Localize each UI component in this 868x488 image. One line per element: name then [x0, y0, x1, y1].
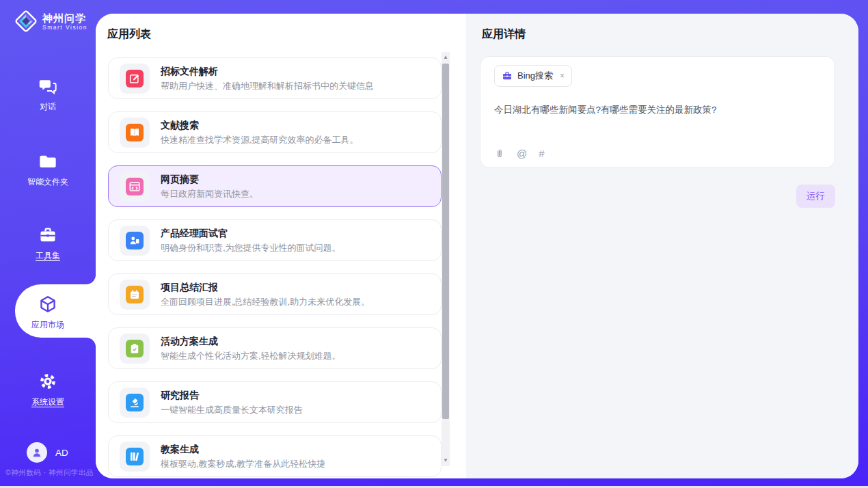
app-card-title: 教案生成 — [161, 444, 325, 455]
prompt-input-card[interactable]: Bing搜索 × 今日湖北有哪些新闻要点?有哪些需要关注的最新政策? @ # — [480, 56, 835, 168]
sidebar-item-label: 智能文件夹 — [0, 176, 96, 188]
tool-chip-bing-search[interactable]: Bing搜索 × — [494, 65, 572, 87]
app-card[interactable]: 产品经理面试官 明确身份和职责,为您提供专业性的面试问题。 — [108, 219, 442, 261]
microscope-icon — [126, 394, 144, 411]
chip-close-icon[interactable]: × — [560, 71, 565, 81]
calendar-icon — [126, 286, 144, 303]
sidebar-item-label: 应用市场 — [0, 319, 96, 331]
user-name: AD — [55, 448, 68, 458]
gear-icon — [38, 372, 57, 391]
mention-icon[interactable]: @ — [517, 148, 527, 159]
tool-chip-label: Bing搜索 — [517, 70, 553, 82]
run-row: 运行 — [480, 185, 835, 208]
sidebar-item-smart-folder[interactable]: 智能文件夹 — [0, 152, 96, 188]
sidebar-item-settings[interactable]: 系统设置 — [0, 372, 96, 408]
app-list-panel: 应用列表 招标文件解析 帮助用户快速、准确地理解和解析招标书中的关键信息 文献搜… — [96, 14, 466, 478]
toolbox-icon — [38, 226, 57, 245]
app-card-text: 项目总结汇报 全面回顾项目进展,总结经验教训,助力未来优化发展。 — [161, 282, 370, 307]
app-icon-wrap — [120, 172, 150, 202]
app-card[interactable]: 教案生成 模板驱动,教案秒成,教学准备从此轻松快捷 — [108, 435, 442, 477]
app-card-desc: 一键智能生成高质量长文本研究报告 — [161, 405, 303, 415]
app-card-desc: 帮助用户快速、准确地理解和解析招标书中的关键信息 — [161, 81, 374, 91]
app-card-desc: 明确身份和职责,为您提供专业性的面试问题。 — [161, 243, 341, 253]
app-icon-wrap — [120, 388, 150, 418]
app-card-desc: 每日政府新闻资讯快查。 — [161, 189, 258, 199]
app-card-desc: 快速精准查找学术资源,提高研究效率的必备工具。 — [161, 135, 359, 145]
app-list-title: 应用列表 — [107, 27, 151, 42]
app-card-text: 教案生成 模板驱动,教案秒成,教学准备从此轻松快捷 — [161, 444, 325, 469]
app-icon-wrap — [120, 280, 150, 310]
sidebar: 神州问学 Smart Vision 对话 智能文件夹 工具集 应用市场 — [0, 0, 96, 488]
copyright-text: ©神州数码 · 神州问学出品 — [5, 468, 96, 478]
app-card[interactable]: 研究报告 一键智能生成高质量长文本研究报告 — [108, 381, 442, 423]
app-card-title: 活动方案生成 — [161, 336, 341, 347]
folder-icon — [38, 152, 57, 171]
app-card-desc: 模板驱动,教案秒成,教学准备从此轻松快捷 — [161, 459, 325, 469]
app-card-list: 招标文件解析 帮助用户快速、准确地理解和解析招标书中的关键信息 文献搜索 快速精… — [108, 57, 442, 478]
avatar — [27, 442, 47, 463]
logo-subtitle: Smart Vision — [42, 24, 87, 31]
app-card-title: 网页摘要 — [161, 174, 258, 185]
browser-code-icon — [126, 178, 144, 195]
scrollbar-thumb[interactable] — [442, 64, 449, 419]
app-detail-title: 应用详情 — [482, 27, 526, 42]
main-content: 应用列表 招标文件解析 帮助用户快速、准确地理解和解析招标书中的关键信息 文献搜… — [96, 14, 858, 478]
app-icon-wrap — [120, 118, 150, 148]
app-logo: 神州问学 Smart Vision — [14, 9, 87, 33]
app-card-text: 产品经理面试官 明确身份和职责,为您提供专业性的面试问题。 — [161, 228, 341, 253]
app-card[interactable]: 活动方案生成 智能生成个性化活动方案,轻松解决规划难题。 — [108, 327, 442, 369]
clipboard-check-icon — [126, 340, 144, 357]
books-icon — [126, 448, 144, 465]
sidebar-item-label: 对话 — [0, 101, 96, 113]
app-card-desc: 全面回顾项目进展,总结经验教训,助力未来优化发展。 — [161, 297, 370, 307]
sidebar-item-label: 系统设置 — [0, 396, 96, 408]
app-card-title: 研究报告 — [161, 390, 303, 401]
sidebar-item-chat[interactable]: 对话 — [0, 77, 96, 113]
logo-title: 神州问学 — [42, 12, 87, 24]
sidebar-item-toolset[interactable]: 工具集 — [0, 226, 96, 262]
app-card[interactable]: 招标文件解析 帮助用户快速、准确地理解和解析招标书中的关键信息 — [108, 57, 442, 99]
hash-icon[interactable]: # — [539, 148, 544, 159]
sidebar-item-label: 工具集 — [0, 250, 96, 262]
book-icon — [126, 124, 144, 141]
chat-icon — [38, 77, 57, 96]
app-card-text: 文献搜索 快速精准查找学术资源,提高研究效率的必备工具。 — [161, 120, 359, 145]
sidebar-item-app-market[interactable]: 应用市场 — [0, 295, 96, 331]
app-card[interactable]: 网页摘要 每日政府新闻资讯快查。 — [108, 165, 442, 207]
app-card[interactable]: 文献搜索 快速精准查找学术资源,提高研究效率的必备工具。 — [108, 111, 442, 153]
briefcase-icon — [502, 70, 513, 81]
app-card-text: 网页摘要 每日政府新闻资讯快查。 — [161, 174, 258, 199]
app-card-title: 文献搜索 — [161, 120, 359, 131]
app-card-title: 招标文件解析 — [161, 66, 374, 77]
person-icon — [30, 446, 44, 459]
app-card[interactable]: 项目总结汇报 全面回顾项目进展,总结经验教训,助力未来优化发展。 — [108, 273, 442, 315]
user-account[interactable]: AD — [27, 442, 68, 463]
scroll-up-icon[interactable]: ▲ — [442, 53, 450, 62]
app-card-title: 产品经理面试官 — [161, 228, 341, 239]
input-toolbar: @ # — [494, 148, 545, 159]
app-card-title: 项目总结汇报 — [161, 282, 370, 293]
interview-icon — [126, 232, 144, 249]
run-button[interactable]: 运行 — [796, 185, 835, 208]
scrollbar[interactable]: ▲ ▼ — [442, 52, 450, 466]
scroll-down-icon[interactable]: ▼ — [442, 457, 450, 465]
app-icon-wrap — [120, 226, 150, 256]
app-icon-wrap — [120, 442, 150, 472]
app-icon-wrap — [120, 64, 150, 94]
edit-square-icon — [126, 70, 144, 87]
app-card-text: 活动方案生成 智能生成个性化活动方案,轻松解决规划难题。 — [161, 336, 341, 361]
app-card-text: 招标文件解析 帮助用户快速、准确地理解和解析招标书中的关键信息 — [161, 66, 374, 91]
app-detail-panel: 应用详情 Bing搜索 × 今日湖北有哪些新闻要点?有哪些需要关注的最新政策? … — [466, 14, 858, 478]
app-card-text: 研究报告 一键智能生成高质量长文本研究报告 — [161, 390, 303, 415]
logo-diamond-icon — [14, 9, 38, 33]
cube-icon — [38, 295, 57, 314]
question-text[interactable]: 今日湖北有哪些新闻要点?有哪些需要关注的最新政策? — [494, 104, 821, 116]
attachment-icon[interactable] — [494, 148, 505, 159]
app-card-desc: 智能生成个性化活动方案,轻松解决规划难题。 — [161, 351, 341, 361]
app-icon-wrap — [120, 334, 150, 364]
